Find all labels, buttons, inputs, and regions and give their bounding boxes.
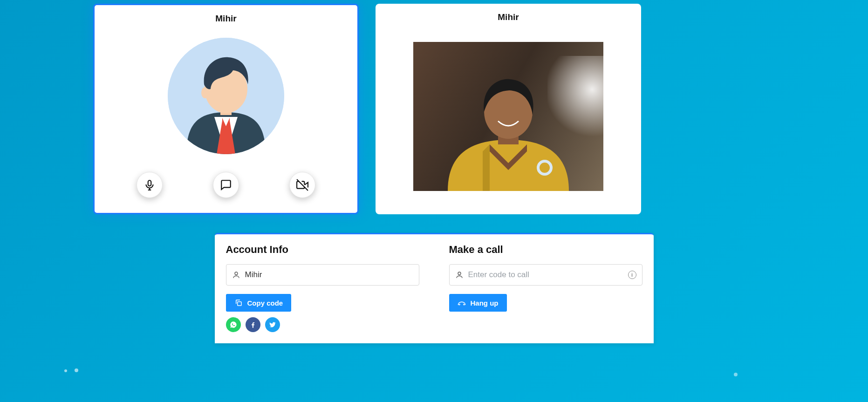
call-controls — [137, 172, 315, 198]
make-call-section: Make a call i Hang up — [449, 244, 642, 332]
svg-point-13 — [458, 272, 461, 275]
remote-user-name: Mihir — [498, 12, 519, 22]
share-whatsapp-button[interactable] — [226, 317, 241, 332]
decorative-dot — [734, 373, 738, 376]
bottom-panel: Account Info Copy code — [215, 233, 654, 343]
camera-button[interactable] — [289, 172, 315, 198]
share-twitter-button[interactable] — [265, 317, 280, 332]
hang-up-label: Hang up — [471, 299, 499, 307]
account-info-section: Account Info Copy code — [226, 244, 419, 332]
info-icon[interactable]: i — [628, 271, 636, 279]
avatar-icon — [168, 38, 284, 154]
name-input-wrap — [226, 264, 419, 286]
svg-rect-12 — [237, 302, 241, 306]
user-icon — [455, 271, 464, 279]
account-info-title: Account Info — [226, 244, 419, 256]
svg-point-11 — [235, 272, 238, 275]
whatsapp-icon — [230, 321, 237, 328]
share-facebook-button[interactable] — [246, 317, 260, 332]
twitter-icon — [269, 321, 276, 328]
decorative-dots — [61, 366, 82, 374]
remote-video-stream — [413, 42, 603, 191]
svg-point-3 — [201, 87, 209, 98]
facebook-icon — [249, 321, 257, 328]
phone-icon — [458, 299, 466, 307]
person-silhouette — [438, 70, 578, 191]
svg-rect-4 — [148, 180, 151, 186]
copy-code-label: Copy code — [247, 299, 283, 307]
remote-video-card: Mihir — [376, 4, 641, 214]
code-input[interactable] — [468, 270, 623, 279]
microphone-icon — [144, 179, 156, 191]
chat-button[interactable] — [213, 172, 239, 198]
local-video-card: Mihir — [93, 4, 359, 214]
copy-icon — [234, 299, 243, 307]
copy-code-button[interactable]: Copy code — [226, 294, 292, 312]
chat-icon — [220, 179, 232, 191]
hang-up-button[interactable]: Hang up — [449, 294, 507, 312]
code-input-wrap: i — [449, 264, 642, 286]
user-icon — [232, 271, 240, 279]
share-row — [226, 317, 419, 332]
camera-off-icon — [296, 179, 308, 191]
mic-button[interactable] — [137, 172, 163, 198]
avatar-placeholder — [168, 38, 284, 154]
name-input[interactable] — [245, 270, 413, 279]
make-call-title: Make a call — [449, 244, 642, 256]
local-user-name: Mihir — [215, 14, 236, 24]
